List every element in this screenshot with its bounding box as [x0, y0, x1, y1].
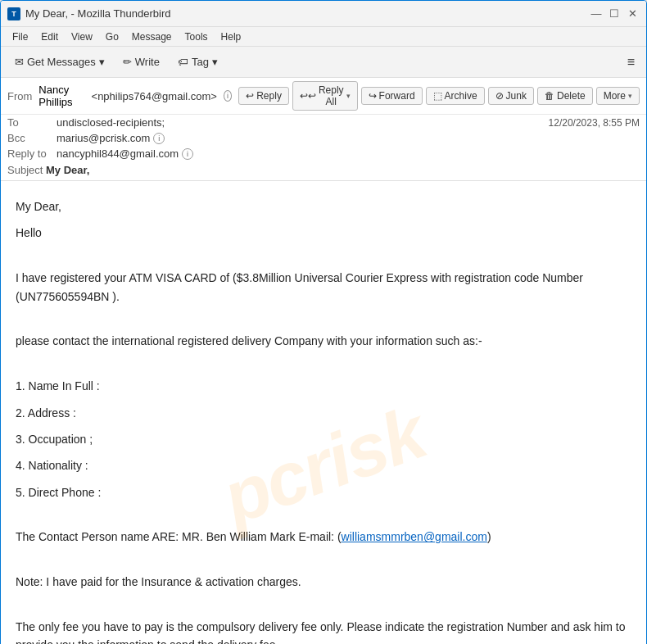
reply-all-button[interactable]: ↩↩ Reply All ▾	[292, 81, 358, 111]
maximize-button[interactable]: ☐	[607, 7, 622, 21]
email-date: 12/20/2023, 8:55 PM	[549, 117, 640, 129]
reply-all-dropdown-icon[interactable]: ▾	[346, 92, 351, 100]
delete-label: Delete	[557, 90, 586, 102]
list-item-5: 5. Direct Phone :	[16, 483, 631, 501]
subject-value: My Dear,	[46, 164, 89, 176]
envelope-icon: ✉	[15, 56, 24, 68]
paragraph3: The only fee you have to pay is the comp…	[16, 618, 631, 644]
junk-button[interactable]: ⊘ Junk	[488, 87, 534, 105]
get-messages-button[interactable]: ✉ Get Messages ▾	[7, 52, 112, 71]
from-email: <nphilips764@gmail.com>	[92, 90, 217, 102]
subject-label: Subject	[7, 164, 43, 176]
menu-message[interactable]: Message	[125, 29, 179, 44]
more-button[interactable]: More ▾	[596, 87, 640, 105]
forward-icon: ↪	[369, 90, 377, 102]
sender-info-icon[interactable]: i	[224, 90, 232, 102]
reply-to-info-icon[interactable]: i	[182, 148, 193, 160]
to-row: To undisclosed-recipients; 12/20/2023, 8…	[1, 115, 646, 130]
title-bar-controls: — ☐ ✕	[589, 7, 640, 21]
title-bar: T My Dear, - Mozilla Thunderbird — ☐ ✕	[1, 1, 646, 27]
email-header-actions: From Nancy Phillips <nphilips764@gmail.c…	[1, 78, 646, 115]
contact-pre: The Contact Person name ARE: MR. Ben Wil…	[16, 530, 342, 543]
menu-tools[interactable]: Tools	[179, 29, 215, 44]
to-value: undisclosed-recipients;	[57, 116, 165, 129]
hello: Hello	[16, 224, 631, 242]
bcc-label: Bcc	[7, 132, 57, 144]
bcc-info-icon[interactable]: i	[153, 133, 165, 144]
menu-bar: File Edit View Go Message Tools Help	[1, 27, 646, 47]
paragraph1: I have registered your ATM VISA CARD of …	[16, 269, 631, 306]
tag-icon: 🏷	[178, 56, 188, 68]
more-label: More	[604, 90, 626, 102]
more-dropdown-icon[interactable]: ▾	[628, 92, 632, 100]
forward-button[interactable]: ↪ Forward	[361, 87, 423, 105]
hamburger-menu-button[interactable]: ≡	[622, 53, 640, 71]
reply-all-label: Reply All	[319, 84, 344, 107]
reply-all-icon: ↩↩	[300, 90, 316, 102]
tag-label: Tag	[192, 56, 209, 68]
greeting: My Dear,	[16, 197, 631, 215]
title-bar-left: T My Dear, - Mozilla Thunderbird	[7, 7, 171, 20]
bcc-value: marius@pcrisk.com	[57, 132, 150, 144]
from-label: From	[7, 90, 32, 102]
email-header: From Nancy Phillips <nphilips764@gmail.c…	[1, 78, 646, 181]
reply-label: Reply	[256, 90, 282, 102]
email-body: pcrisk My Dear, Hello I have registered …	[1, 181, 646, 644]
window-title: My Dear, - Mozilla Thunderbird	[25, 7, 171, 20]
pencil-icon: ✏	[123, 56, 132, 68]
menu-go[interactable]: Go	[99, 29, 125, 44]
subject-row: Subject My Dear,	[1, 161, 646, 180]
write-label: Write	[135, 56, 160, 68]
paragraph2: please contact the international registe…	[16, 332, 631, 350]
reply-to-value: nancyphil844@gmail.com	[57, 147, 179, 160]
tag-button[interactable]: 🏷 Tag ▾	[170, 52, 225, 71]
archive-label: Archive	[445, 90, 477, 102]
junk-icon: ⊘	[495, 90, 504, 102]
list-item-2: 2. Address :	[16, 404, 631, 422]
get-messages-dropdown-icon[interactable]: ▾	[99, 56, 105, 68]
from-name: Nancy Phillips	[38, 84, 84, 108]
trash-icon: 🗑	[545, 90, 554, 102]
minimize-button[interactable]: —	[589, 7, 604, 21]
menu-help[interactable]: Help	[215, 29, 248, 44]
bcc-row: Bcc marius@pcrisk.com i	[1, 130, 646, 146]
toolbar: ✉ Get Messages ▾ ✏ Write 🏷 Tag ▾ ≡	[1, 47, 646, 78]
write-button[interactable]: ✏ Write	[115, 52, 167, 71]
list-item-4: 4. Nationality :	[16, 456, 631, 474]
reply-button[interactable]: ↩ Reply	[238, 87, 289, 105]
delete-button[interactable]: 🗑 Delete	[537, 87, 593, 105]
list-item-1: 1. Name In Full :	[16, 377, 631, 395]
junk-label: Junk	[506, 90, 527, 102]
reply-to-row: Reply to nancyphil844@gmail.com i	[1, 146, 646, 161]
contact-post: )	[487, 530, 491, 543]
contact-email-link[interactable]: williamsmmrben@gmail.com	[342, 530, 487, 543]
menu-file[interactable]: File	[6, 29, 34, 44]
get-messages-label: Get Messages	[27, 56, 96, 68]
note: Note: I have paid for the Insurance & ac…	[16, 573, 631, 591]
archive-button[interactable]: ⬚ Archive	[426, 87, 485, 105]
to-label: To	[7, 116, 57, 129]
tag-dropdown-icon[interactable]: ▾	[212, 56, 218, 68]
reply-icon: ↩	[246, 90, 254, 102]
archive-icon: ⬚	[433, 90, 442, 102]
reply-to-label: Reply to	[7, 147, 57, 160]
main-window: T My Dear, - Mozilla Thunderbird — ☐ ✕ F…	[0, 0, 647, 644]
contact-line: The Contact Person name ARE: MR. Ben Wil…	[16, 528, 631, 546]
app-icon: T	[7, 7, 20, 20]
close-button[interactable]: ✕	[625, 7, 640, 21]
list-item-3: 3. Occupation ;	[16, 430, 631, 448]
menu-view[interactable]: View	[65, 29, 99, 44]
forward-label: Forward	[379, 90, 415, 102]
menu-edit[interactable]: Edit	[34, 29, 65, 44]
